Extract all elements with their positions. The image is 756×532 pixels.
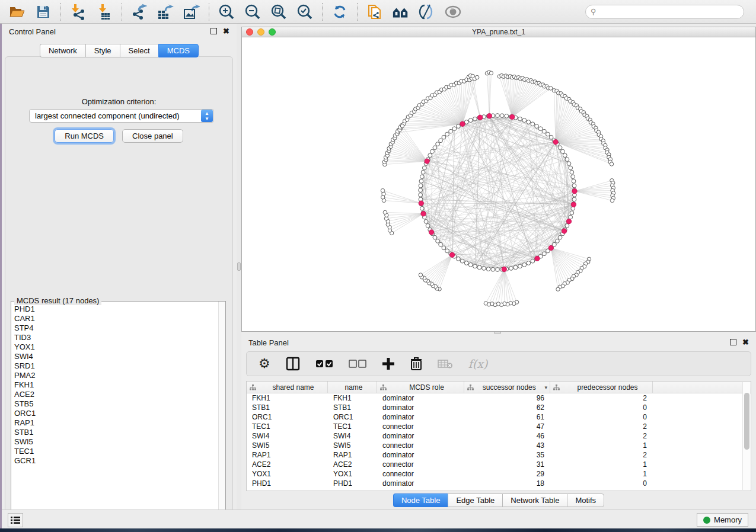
network-graph[interactable] [242, 37, 755, 332]
graph-node[interactable] [553, 242, 557, 246]
mcds-result-item[interactable]: STB5 [14, 399, 218, 409]
graph-node[interactable] [464, 261, 468, 265]
graph-hub-node[interactable] [510, 114, 515, 119]
table-row[interactable]: TEC1TEC1connector472 [247, 422, 751, 431]
graph-hub-node[interactable] [566, 219, 571, 224]
graph-node[interactable] [457, 257, 461, 261]
graph-node[interactable] [496, 268, 500, 272]
graph-node[interactable] [436, 142, 440, 146]
graph-node[interactable] [421, 170, 425, 174]
toggle-birds-eye-icon[interactable] [444, 3, 462, 21]
export-table-icon[interactable] [157, 3, 174, 21]
mcds-result-item[interactable]: YOX1 [14, 342, 218, 352]
graph-node[interactable] [572, 184, 576, 188]
graph-node[interactable] [572, 197, 576, 201]
graph-node[interactable] [400, 124, 404, 127]
graph-node[interactable] [419, 188, 423, 193]
import-table-icon[interactable] [95, 3, 113, 21]
graph-hub-node[interactable] [548, 245, 553, 250]
float-panel-icon[interactable] [730, 339, 736, 345]
mcds-result-item[interactable]: SWI5 [14, 437, 218, 447]
graph-node[interactable] [561, 149, 565, 153]
graph-node[interactable] [420, 175, 424, 179]
table-row[interactable]: RAP1RAP1dominator352 [247, 450, 751, 460]
delete-column-icon[interactable] [410, 355, 422, 373]
tab-edge-table[interactable]: Edge Table [448, 493, 502, 507]
close-panel-icon[interactable]: ✖ [742, 339, 749, 345]
graph-node[interactable] [571, 175, 575, 179]
task-history-button[interactable] [8, 513, 23, 527]
graph-hub-node[interactable] [562, 229, 566, 233]
graph-node[interactable] [383, 210, 387, 214]
graph-node[interactable] [486, 267, 490, 271]
graph-node[interactable] [442, 135, 446, 139]
graph-hub-node[interactable] [421, 211, 426, 216]
graph-node[interactable] [538, 127, 543, 131]
graph-node[interactable] [563, 153, 567, 158]
graph-node[interactable] [424, 220, 428, 224]
table-row[interactable]: FKH1FKH1dominator962 [247, 393, 751, 403]
network-canvas[interactable] [242, 37, 755, 331]
graph-node[interactable] [436, 239, 440, 243]
run-mcds-button[interactable]: Run MCDS [55, 129, 114, 143]
open-session-icon[interactable] [8, 3, 26, 21]
graph-node[interactable] [426, 224, 430, 228]
graph-node[interactable] [543, 252, 547, 256]
graph-node[interactable] [452, 127, 457, 131]
graph-node[interactable] [460, 259, 464, 263]
graph-node[interactable] [473, 117, 477, 121]
refresh-icon[interactable] [331, 3, 349, 21]
graph-node[interactable] [449, 129, 453, 133]
graph-node[interactable] [558, 235, 562, 239]
table-row[interactable]: SWI4SWI4dominator462 [247, 431, 751, 441]
graph-node[interactable] [419, 184, 423, 188]
graph-node[interactable] [484, 302, 487, 305]
graph-node[interactable] [419, 273, 422, 277]
table-row[interactable]: ORC1ORC1dominator610 [247, 412, 751, 422]
mcds-result-item[interactable]: RAP1 [14, 418, 218, 428]
float-panel-icon[interactable] [210, 28, 217, 34]
graph-node[interactable] [420, 206, 424, 210]
tab-node-table[interactable]: Node Table [393, 493, 448, 507]
graph-hub-node[interactable] [429, 230, 433, 235]
mcds-list-scrollbar[interactable] [218, 302, 225, 520]
zoom-out-icon[interactable] [244, 3, 261, 21]
column-header-predecessor-nodes[interactable]: predecessor nodes [550, 382, 653, 393]
graph-node[interactable] [567, 162, 571, 166]
graph-node[interactable] [549, 86, 553, 90]
tab-select[interactable]: Select [120, 44, 158, 57]
graph-node[interactable] [546, 132, 550, 136]
graph-node[interactable] [457, 124, 461, 129]
close-panel-button[interactable]: Close panel [122, 129, 183, 143]
graph-node[interactable] [422, 166, 426, 170]
graph-node[interactable] [496, 114, 500, 118]
criterion-dropdown[interactable]: largest connected component (undirected)… [29, 109, 214, 123]
graph-node[interactable] [509, 267, 513, 271]
graph-node[interactable] [543, 129, 547, 133]
graph-node[interactable] [433, 146, 437, 150]
graph-node[interactable] [527, 261, 531, 265]
graph-node[interactable] [518, 264, 522, 268]
tab-network[interactable]: Network [40, 44, 85, 57]
graph-node[interactable] [445, 132, 449, 136]
mcds-result-item[interactable]: ACE2 [14, 390, 218, 399]
toggle-graphics-details-icon[interactable] [418, 3, 436, 21]
graph-hub-node[interactable] [449, 252, 454, 257]
mcds-result-item[interactable]: STP4 [14, 323, 218, 333]
mcds-result-item[interactable]: PHD1 [14, 305, 218, 314]
graph-node[interactable] [468, 118, 473, 123]
network-window-titlebar[interactable]: YPA_prune.txt_1 [242, 27, 755, 37]
zoom-fit-icon[interactable] [270, 3, 288, 21]
column-header-shared-name[interactable]: shared name [247, 382, 328, 393]
column-header-successor-nodes[interactable]: successor nodes▾ [464, 382, 550, 393]
tab-style[interactable]: Style [85, 44, 120, 57]
graph-hub-node[interactable] [419, 201, 423, 206]
export-network-icon[interactable] [130, 3, 148, 21]
graph-node[interactable] [610, 198, 614, 202]
graph-hub-node[interactable] [425, 159, 429, 164]
graph-node[interactable] [505, 114, 509, 118]
graph-node[interactable] [489, 71, 493, 75]
zoom-selected-icon[interactable] [296, 3, 314, 21]
mcds-result-item[interactable]: ORC1 [14, 409, 218, 418]
graph-node[interactable] [439, 242, 443, 246]
